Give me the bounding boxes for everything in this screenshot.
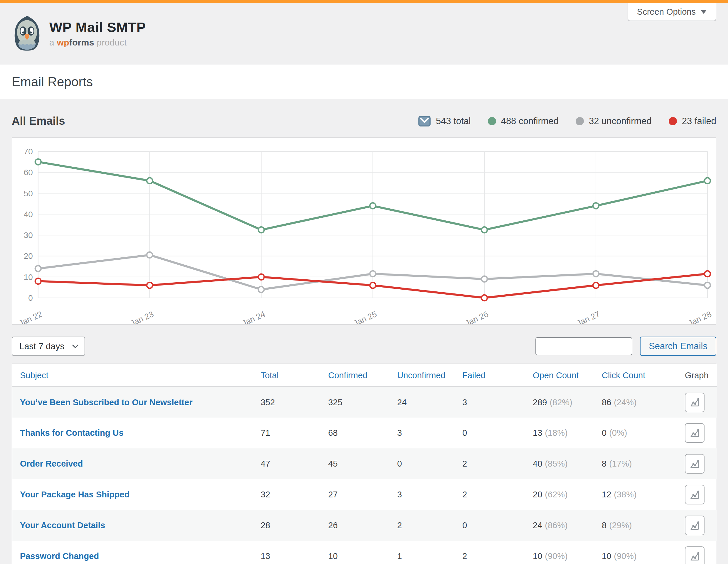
open-percent: (62%): [545, 490, 567, 499]
table-header-row: Subject Total Confirmed Unconfirmed Fail…: [12, 364, 717, 387]
search-emails-button[interactable]: Search Emails: [640, 336, 716, 356]
click-percent: (24%): [614, 398, 636, 407]
tagline-brand-forms: forms: [69, 38, 94, 47]
tagline-brand-wp: wp: [57, 38, 69, 47]
view-graph-button[interactable]: [685, 546, 705, 564]
svg-text:Jan 22: Jan 22: [17, 309, 43, 324]
column-header-open-count[interactable]: Open Count: [525, 364, 594, 387]
page-title-band: Email Reports: [0, 65, 728, 99]
click-count-cell: 10(90%): [594, 541, 677, 564]
confirmed-cell: 27: [321, 479, 390, 510]
failed-cell: 0: [455, 510, 525, 541]
unconfirmed-cell: 1: [390, 541, 455, 564]
view-graph-button[interactable]: [685, 393, 705, 412]
legend-label: 32 unconfirmed: [589, 116, 652, 127]
unconfirmed-dot-icon: [576, 117, 584, 125]
click-percent: (38%): [614, 490, 636, 499]
click-count-cell: 12(38%): [594, 479, 677, 510]
email-subject-link[interactable]: You’ve Been Subscribed to Our Newsletter: [20, 398, 193, 407]
legend-item-unconfirmed: 32 unconfirmed: [576, 116, 652, 127]
mini-line-chart-icon: [689, 550, 701, 562]
email-report-chart-card: 010203040506070Jan 22Jan 23Jan 24Jan 25J…: [12, 137, 716, 325]
column-header-click-count[interactable]: Click Count: [594, 364, 677, 387]
open-count-cell: 289(82%): [525, 387, 594, 417]
svg-text:Jan 26: Jan 26: [464, 309, 490, 324]
legend-item-failed: 23 failed: [669, 116, 716, 127]
confirmed-cell: 45: [321, 448, 390, 479]
view-graph-button[interactable]: [685, 454, 705, 474]
screen-options-label: Screen Options: [637, 7, 696, 17]
open-count-cell: 40(85%): [525, 448, 594, 479]
envelope-icon: [418, 116, 431, 127]
column-header-graph: Graph: [677, 364, 717, 387]
open-percent: (85%): [545, 459, 567, 468]
open-count-cell: 13(18%): [525, 417, 594, 448]
email-subject-link[interactable]: Your Package Has Shipped: [20, 490, 129, 499]
open-count-cell: 10(90%): [525, 541, 594, 564]
svg-text:Jan 25: Jan 25: [352, 309, 378, 324]
column-header-subject[interactable]: Subject: [12, 364, 253, 387]
chevron-down-icon: [700, 10, 707, 14]
column-header-confirmed[interactable]: Confirmed: [321, 364, 390, 387]
open-count-cell: 24(86%): [525, 510, 594, 541]
legend-item-total: 543 total: [418, 116, 471, 127]
section-title-all-emails: All Emails: [12, 115, 65, 127]
email-subject-link[interactable]: Your Account Details: [20, 521, 105, 530]
column-header-failed[interactable]: Failed: [455, 364, 525, 387]
email-subject-link[interactable]: Order Received: [20, 459, 83, 468]
svg-text:Jan 27: Jan 27: [575, 309, 601, 324]
svg-text:20: 20: [24, 252, 33, 261]
click-percent: (0%): [609, 428, 627, 437]
open-count-cell: 20(62%): [525, 479, 594, 510]
confirmed-cell: 325: [321, 387, 390, 417]
email-reports-table: Subject Total Confirmed Unconfirmed Fail…: [12, 364, 717, 564]
date-range-select[interactable]: Last 7 days: [12, 336, 85, 356]
open-percent: (82%): [550, 398, 572, 407]
svg-text:60: 60: [24, 168, 33, 177]
screen-options-button[interactable]: Screen Options: [628, 3, 716, 21]
unconfirmed-cell: 3: [390, 479, 455, 510]
unconfirmed-cell: 24: [390, 387, 455, 417]
svg-text:30: 30: [24, 231, 33, 240]
total-cell: 47: [253, 448, 321, 479]
click-count-cell: 8(17%): [594, 448, 677, 479]
email-subject-link[interactable]: Password Changed: [20, 551, 99, 561]
svg-text:Jan 23: Jan 23: [129, 309, 155, 324]
table-row: Your Account Details28262024(86%)8(29%): [12, 510, 717, 541]
click-percent: (17%): [609, 459, 632, 468]
svg-text:0: 0: [28, 293, 33, 302]
click-percent: (29%): [609, 521, 632, 530]
open-percent: (18%): [545, 428, 567, 437]
email-reports-table-card: Subject Total Confirmed Unconfirmed Fail…: [12, 363, 716, 564]
view-graph-button[interactable]: [685, 516, 705, 535]
view-graph-button[interactable]: [685, 423, 705, 443]
legend-label: 23 failed: [682, 116, 716, 127]
svg-text:10: 10: [24, 273, 33, 282]
total-cell: 32: [253, 479, 321, 510]
unconfirmed-cell: 3: [390, 417, 455, 448]
mini-line-chart-icon: [689, 427, 701, 439]
svg-text:Jan 24: Jan 24: [240, 309, 267, 324]
chart-legend: 543 total 488 confirmed 32 unconfirmed 2…: [418, 116, 716, 127]
legend-label: 543 total: [436, 116, 471, 127]
search-emails-input[interactable]: [535, 337, 632, 355]
mini-line-chart-icon: [689, 520, 701, 531]
column-header-total[interactable]: Total: [253, 364, 321, 387]
click-count-cell: 0(0%): [594, 417, 677, 448]
svg-text:70: 70: [24, 147, 33, 156]
svg-text:40: 40: [24, 210, 33, 219]
open-percent: (90%): [545, 551, 567, 561]
email-subject-link[interactable]: Thanks for Contacting Us: [20, 428, 124, 437]
table-row: You’ve Been Subscribed to Our Newsletter…: [12, 387, 717, 417]
chevron-down-icon: [72, 342, 78, 348]
table-row: Order Received47450240(85%)8(17%): [12, 448, 717, 479]
column-header-unconfirmed[interactable]: Unconfirmed: [390, 364, 455, 387]
legend-item-confirmed: 488 confirmed: [488, 116, 559, 127]
site-header: WP Mail SMTP a wpforms product: [0, 3, 728, 65]
app-tagline: a wpforms product: [49, 38, 146, 48]
confirmed-cell: 10: [321, 541, 390, 564]
table-row: Your Package Has Shipped32273220(62%)12(…: [12, 479, 717, 510]
view-graph-button[interactable]: [685, 485, 705, 504]
table-row: Thanks for Contacting Us71683013(18%)0(0…: [12, 417, 717, 448]
failed-dot-icon: [669, 117, 677, 125]
